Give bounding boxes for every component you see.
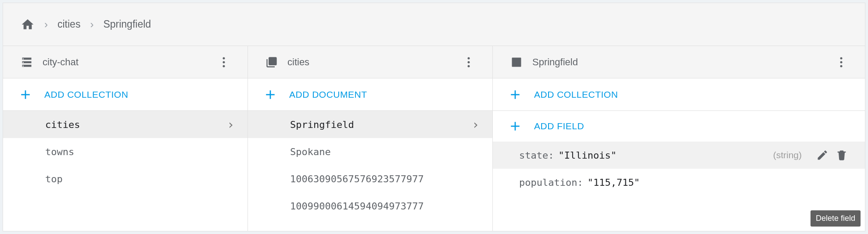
collection-icon xyxy=(265,56,278,68)
field-list: ADD FIELD state: "Illinois" (string) xyxy=(493,111,865,231)
svg-point-10 xyxy=(840,57,843,59)
collection-menu-button[interactable] xyxy=(463,56,475,68)
document-list: Springfield › Spokane 100630905675769235… xyxy=(248,111,492,231)
document-title: Springfield xyxy=(532,57,578,68)
list-item-label: 10099000614594094973777 xyxy=(290,201,424,212)
plus-icon xyxy=(265,89,276,100)
add-field-label: ADD FIELD xyxy=(534,121,584,131)
collection-title: cities xyxy=(287,57,309,68)
list-item[interactable]: 10099000614594094973777 xyxy=(248,192,492,220)
breadcrumb: › cities › Springfield xyxy=(3,3,865,46)
collection-header: cities xyxy=(248,46,492,78)
plus-icon xyxy=(509,89,521,100)
list-item[interactable]: cities › xyxy=(3,111,247,138)
add-document-label: ADD DOCUMENT xyxy=(289,89,367,100)
list-item[interactable]: Spokane xyxy=(248,138,492,165)
list-item-label: Springfield xyxy=(290,119,354,130)
field-row[interactable]: population: "115,715" xyxy=(493,169,865,196)
delete-icon[interactable] xyxy=(835,149,848,162)
list-item[interactable]: top xyxy=(3,165,247,192)
project-header: city-chat xyxy=(3,46,247,78)
svg-point-6 xyxy=(468,61,470,63)
collection-column: cities ADD DOCUMENT Springfield xyxy=(248,46,493,231)
database-icon xyxy=(21,56,33,68)
field-type: (string) xyxy=(773,150,802,160)
svg-point-5 xyxy=(468,57,470,59)
add-collection-label: ADD COLLECTION xyxy=(44,89,128,100)
document-header: Springfield xyxy=(493,46,865,78)
svg-point-0 xyxy=(223,57,225,59)
add-subcollection-label: ADD COLLECTION xyxy=(534,89,618,100)
list-item-label: Spokane xyxy=(290,146,331,157)
field-row[interactable]: state: "Illinois" (string) xyxy=(493,142,865,169)
project-title: city-chat xyxy=(43,57,79,68)
field-value: "115,715" xyxy=(588,177,640,188)
svg-point-11 xyxy=(840,61,843,63)
list-item-label: cities xyxy=(45,119,80,130)
plus-icon xyxy=(20,89,31,100)
chevron-right-icon: › xyxy=(90,18,93,31)
document-column: Springfield ADD COLLECTION xyxy=(493,46,865,231)
home-icon[interactable] xyxy=(21,18,35,32)
collection-list: cities › towns top xyxy=(3,111,247,231)
chevron-right-icon: › xyxy=(472,117,479,132)
svg-point-12 xyxy=(840,65,843,67)
document-icon xyxy=(510,56,523,68)
chevron-right-icon: › xyxy=(44,18,48,31)
list-item-label: towns xyxy=(45,146,74,157)
breadcrumb-item[interactable]: Springfield xyxy=(103,18,151,30)
add-collection-button[interactable]: ADD COLLECTION xyxy=(3,78,247,111)
list-item[interactable]: 10063090567576923577977 xyxy=(248,165,492,192)
edit-icon[interactable] xyxy=(816,149,829,162)
project-column: city-chat ADD COLLECTION cities xyxy=(3,46,248,231)
field-key: population: xyxy=(519,177,583,188)
add-document-button[interactable]: ADD DOCUMENT xyxy=(248,78,492,111)
chevron-right-icon: › xyxy=(227,117,234,132)
svg-point-2 xyxy=(223,65,225,67)
breadcrumb-item[interactable]: cities xyxy=(57,18,80,30)
svg-point-7 xyxy=(468,65,470,67)
field-key: state: xyxy=(519,150,554,161)
document-menu-button[interactable] xyxy=(835,56,847,68)
plus-icon xyxy=(509,121,521,132)
delete-field-tooltip: Delete field xyxy=(811,210,861,227)
svg-point-1 xyxy=(223,61,225,63)
project-menu-button[interactable] xyxy=(218,56,230,68)
list-item[interactable]: towns xyxy=(3,138,247,165)
list-item-label: top xyxy=(45,174,63,184)
add-field-button[interactable]: ADD FIELD xyxy=(493,111,865,142)
field-value: "Illinois" xyxy=(558,150,616,161)
add-subcollection-button[interactable]: ADD COLLECTION xyxy=(493,78,865,111)
list-item-label: 10063090567576923577977 xyxy=(290,174,424,184)
list-item[interactable]: Springfield › xyxy=(248,111,492,138)
